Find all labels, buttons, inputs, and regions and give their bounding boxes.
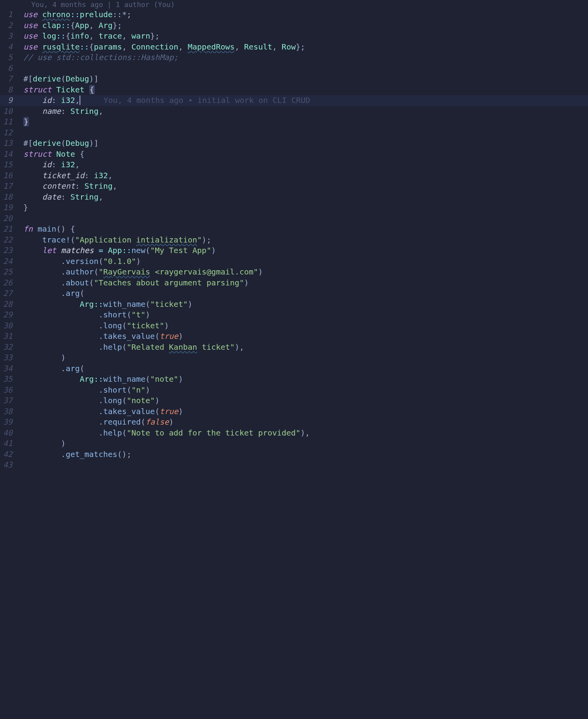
line-number: 8	[0, 85, 23, 96]
line-number: 32	[0, 342, 23, 353]
code-line[interactable]: 36 .short("n")	[0, 385, 588, 396]
matching-brace: {	[89, 85, 95, 94]
code-line[interactable]: 25 .author("RayGervais <raygervais@gmail…	[0, 267, 588, 278]
code-line[interactable]: 17 content: String,	[0, 181, 588, 192]
line-number: 39	[0, 417, 23, 428]
code-line[interactable]: 33 )	[0, 352, 588, 363]
line-number: 29	[0, 310, 23, 321]
code-line[interactable]: 2 use clap::{App, Arg};	[0, 20, 588, 31]
code-line[interactable]: 12	[0, 128, 588, 138]
line-number: 19	[0, 202, 23, 213]
code-line[interactable]: 21 fn main() {	[0, 224, 588, 235]
code-line[interactable]: 18 date: String,	[0, 192, 588, 203]
code-line[interactable]: 30 .long("ticket")	[0, 321, 588, 331]
line-number: 42	[0, 449, 23, 460]
line-number: 10	[0, 106, 23, 117]
code-line[interactable]: 13 #[derive(Debug)]	[0, 138, 588, 149]
line-number: 31	[0, 331, 23, 342]
code-line[interactable]: 20	[0, 213, 588, 224]
code-line[interactable]: 16 ticket_id: i32,	[0, 170, 588, 181]
line-number: 15	[0, 159, 23, 170]
code-line[interactable]: 31 .takes_value(true)	[0, 331, 588, 342]
code-line[interactable]: 42 .get_matches();	[0, 449, 588, 460]
line-number: 28	[0, 299, 23, 310]
line-number: 14	[0, 149, 23, 160]
line-number: 1	[0, 9, 23, 20]
code-line[interactable]: 41 )	[0, 438, 588, 449]
line-number: 3	[0, 31, 23, 42]
code-line[interactable]: 40 .help("Note to add for the ticket pro…	[0, 428, 588, 439]
code-line[interactable]: 6	[0, 63, 588, 74]
line-number: 12	[0, 128, 23, 138]
code-line-current[interactable]: 9 id: i32,You, 4 months ago • initial wo…	[0, 95, 588, 106]
line-number: 20	[0, 213, 23, 224]
code-line[interactable]: 29 .short("t")	[0, 310, 588, 321]
line-number: 34	[0, 363, 23, 374]
code-line[interactable]: 39 .required(false)	[0, 417, 588, 428]
line-number: 22	[0, 235, 23, 246]
line-number: 18	[0, 192, 23, 203]
code-line[interactable]: 19 }	[0, 202, 588, 213]
code-line[interactable]: 4 use rusqlite::{params, Connection, Map…	[0, 42, 588, 53]
line-number: 36	[0, 385, 23, 396]
line-number: 27	[0, 288, 23, 299]
git-blame-header: You, 4 months ago | 1 author (You)	[0, 0, 588, 9]
code-line[interactable]: 7 #[derive(Debug)]	[0, 74, 588, 85]
line-number: 25	[0, 267, 23, 278]
code-line[interactable]: 32 .help("Related Kanban ticket"),	[0, 342, 588, 353]
code-line[interactable]: 38 .takes_value(true)	[0, 406, 588, 417]
line-number: 40	[0, 428, 23, 439]
line-number: 17	[0, 181, 23, 192]
matching-brace: }	[23, 117, 29, 126]
git-blame-inline: You, 4 months ago • initial work on CLI …	[80, 96, 310, 105]
code-line[interactable]: 34 .arg(	[0, 363, 588, 374]
line-number: 41	[0, 438, 23, 449]
code-line[interactable]: 14 struct Note {	[0, 149, 588, 160]
line-number: 2	[0, 20, 23, 31]
line-number: 7	[0, 74, 23, 85]
code-line[interactable]: 23 let matches = App::new("My Test App")	[0, 245, 588, 256]
code-line[interactable]: 8 struct Ticket {	[0, 85, 588, 96]
code-line[interactable]: 15 id: i32,	[0, 159, 588, 170]
code-line[interactable]: 22 trace!("Application intialization");	[0, 235, 588, 246]
code-line[interactable]: 3 use log::{info, trace, warn};	[0, 31, 588, 42]
line-number: 38	[0, 406, 23, 417]
line-number: 33	[0, 352, 23, 363]
line-number: 26	[0, 278, 23, 289]
code-line[interactable]: 24 .version("0.1.0")	[0, 256, 588, 267]
code-line[interactable]: 37 .long("note")	[0, 395, 588, 406]
line-number: 5	[0, 52, 23, 63]
code-line[interactable]: 35 Arg::with_name("note")	[0, 374, 588, 385]
line-number: 43	[0, 460, 23, 471]
line-number: 24	[0, 256, 23, 267]
line-number: 16	[0, 170, 23, 181]
code-line[interactable]: 43	[0, 460, 588, 471]
line-number: 11	[0, 117, 23, 128]
code-line[interactable]: 27 .arg(	[0, 288, 588, 299]
code-line[interactable]: 5 // use std::collections::HashMap;	[0, 52, 588, 63]
line-number: 30	[0, 321, 23, 331]
code-editor[interactable]: You, 4 months ago | 1 author (You) 1 use…	[0, 0, 588, 471]
line-number: 9	[0, 95, 23, 106]
code-line[interactable]: 28 Arg::with_name("ticket")	[0, 299, 588, 310]
code-line[interactable]: 11 }	[0, 117, 588, 128]
line-number: 21	[0, 224, 23, 235]
line-number: 6	[0, 63, 23, 74]
line-number: 37	[0, 395, 23, 406]
code-line[interactable]: 1 use chrono::prelude::*;	[0, 9, 588, 20]
line-number: 4	[0, 42, 23, 53]
line-number: 35	[0, 374, 23, 385]
code-line[interactable]: 26 .about("Teaches about argument parsin…	[0, 278, 588, 289]
code-line[interactable]: 10 name: String,	[0, 106, 588, 117]
line-number: 13	[0, 138, 23, 149]
line-number: 23	[0, 245, 23, 256]
